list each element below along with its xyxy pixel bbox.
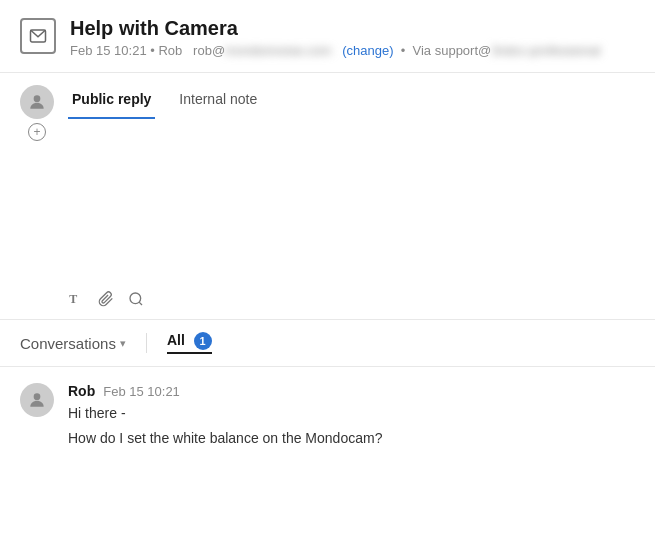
reply-tabs: Public reply Internal note — [68, 85, 655, 119]
avatar-column: + — [20, 85, 54, 319]
reply-textarea[interactable] — [68, 119, 655, 279]
svg-text:T: T — [69, 292, 77, 306]
filter-tab-all[interactable]: All 1 — [167, 332, 212, 354]
svg-point-5 — [34, 393, 41, 400]
conversations-header: Conversations ▾ All 1 — [0, 320, 655, 367]
meta-author: Rob — [158, 43, 182, 58]
header-content: Help with Camera Feb 15 10:21 • Rob rob@… — [70, 16, 600, 58]
message-sender: Rob — [68, 383, 95, 399]
reply-content: Public reply Internal note T — [68, 85, 655, 319]
via-label: Via support@ — [413, 43, 492, 58]
search-icon[interactable] — [128, 291, 144, 307]
message-avatar — [20, 383, 54, 417]
filter-tabs: All 1 — [167, 332, 212, 354]
add-participant-button[interactable]: + — [28, 123, 46, 141]
user-avatar — [20, 85, 54, 119]
conversations-dropdown[interactable]: Conversations ▾ — [20, 335, 126, 352]
svg-line-4 — [139, 302, 142, 305]
via-blurred: 3ndcc-professional — [491, 43, 600, 58]
message-line-1: Hi there - — [68, 403, 382, 424]
svg-point-1 — [34, 95, 41, 102]
filter-tab-all-label: All — [167, 332, 185, 348]
reply-section: + Public reply Internal note T — [0, 73, 655, 320]
meta-email-blurred: mondonnoise.com — [225, 43, 331, 58]
message-body: Rob Feb 15 10:21 Hi there - How do I set… — [68, 383, 382, 453]
meta-date: Feb 15 10:21 — [70, 43, 147, 58]
text-format-icon[interactable]: T — [68, 291, 84, 307]
all-badge: 1 — [194, 332, 212, 350]
page-title: Help with Camera — [70, 16, 600, 40]
meta-email-prefix: rob@ — [193, 43, 225, 58]
message-item: Rob Feb 15 10:21 Hi there - How do I set… — [20, 383, 635, 453]
email-icon — [20, 18, 56, 54]
email-header: Help with Camera Feb 15 10:21 • Rob rob@… — [0, 0, 655, 73]
change-link[interactable]: (change) — [342, 43, 393, 58]
conversations-divider — [146, 333, 147, 353]
message-text: Hi there - How do I set the white balanc… — [68, 403, 382, 449]
message-time: Feb 15 10:21 — [103, 384, 180, 399]
tab-public-reply[interactable]: Public reply — [68, 85, 155, 119]
message-thread: Rob Feb 15 10:21 Hi there - How do I set… — [0, 367, 655, 469]
message-line-2: How do I set the white balance on the Mo… — [68, 428, 382, 449]
message-header-row: Rob Feb 15 10:21 — [68, 383, 382, 399]
attach-icon[interactable] — [98, 291, 114, 307]
header-meta: Feb 15 10:21 • Rob rob@mondonnoise.com (… — [70, 43, 600, 58]
conversations-label-text: Conversations — [20, 335, 116, 352]
reply-toolbar: T — [68, 283, 655, 319]
tab-internal-note[interactable]: Internal note — [175, 85, 261, 119]
svg-point-3 — [130, 293, 141, 304]
conversations-chevron-icon: ▾ — [120, 337, 126, 350]
